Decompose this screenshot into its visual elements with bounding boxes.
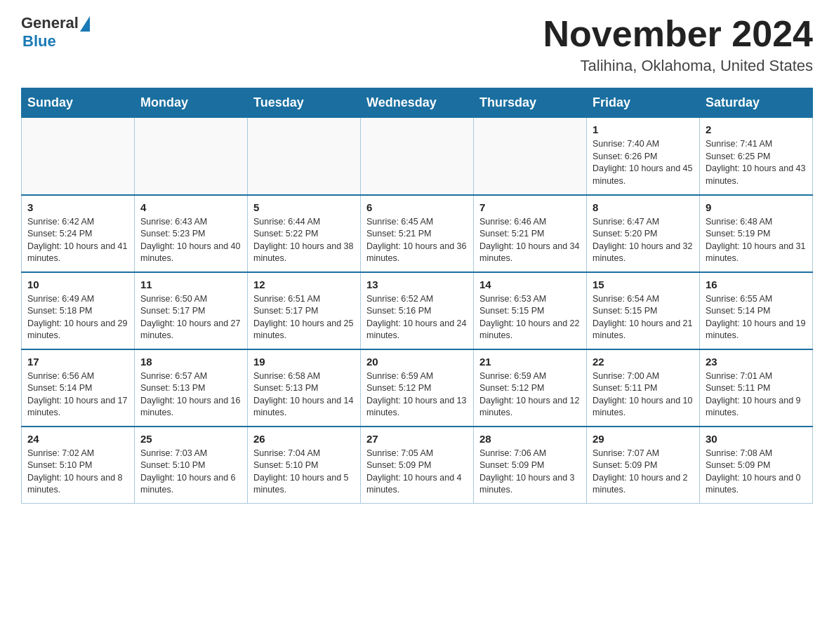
calendar-cell [361, 118, 474, 195]
calendar-cell [474, 118, 587, 195]
weekday-header-sunday: Sunday [22, 88, 135, 118]
day-number: 24 [27, 431, 128, 446]
day-number: 13 [366, 277, 468, 292]
day-info: Sunrise: 6:47 AMSunset: 5:20 PMDaylight:… [593, 216, 694, 265]
calendar-cell: 8Sunrise: 6:47 AMSunset: 5:20 PMDaylight… [587, 195, 700, 272]
calendar-cell: 13Sunrise: 6:52 AMSunset: 5:16 PMDayligh… [361, 272, 474, 349]
day-info: Sunrise: 6:46 AMSunset: 5:21 PMDaylight:… [479, 216, 581, 265]
weekday-header-monday: Monday [135, 88, 248, 118]
day-number: 25 [140, 431, 241, 446]
day-number: 2 [706, 122, 807, 137]
calendar-cell: 29Sunrise: 7:07 AMSunset: 5:09 PMDayligh… [587, 427, 700, 504]
logo: General Blue [21, 14, 90, 51]
calendar-week-row: 1Sunrise: 7:40 AMSunset: 6:26 PMDaylight… [22, 118, 813, 195]
day-number: 11 [140, 277, 241, 292]
day-number: 1 [593, 122, 694, 137]
calendar-cell: 9Sunrise: 6:48 AMSunset: 5:19 PMDaylight… [700, 195, 813, 272]
calendar-cell: 7Sunrise: 6:46 AMSunset: 5:21 PMDaylight… [474, 195, 587, 272]
calendar-week-row: 24Sunrise: 7:02 AMSunset: 5:10 PMDayligh… [22, 427, 813, 504]
calendar-cell: 14Sunrise: 6:53 AMSunset: 5:15 PMDayligh… [474, 272, 587, 349]
calendar-cell: 11Sunrise: 6:50 AMSunset: 5:17 PMDayligh… [135, 272, 248, 349]
day-info: Sunrise: 7:04 AMSunset: 5:10 PMDaylight:… [253, 448, 355, 497]
logo-general-text: General [21, 14, 79, 32]
day-info: Sunrise: 6:48 AMSunset: 5:19 PMDaylight:… [706, 216, 807, 265]
day-info: Sunrise: 7:07 AMSunset: 5:09 PMDaylight:… [593, 448, 694, 497]
weekday-header-wednesday: Wednesday [361, 88, 474, 118]
day-info: Sunrise: 6:49 AMSunset: 5:18 PMDaylight:… [27, 293, 128, 342]
calendar-week-row: 3Sunrise: 6:42 AMSunset: 5:24 PMDaylight… [22, 195, 813, 272]
day-number: 19 [253, 354, 355, 369]
weekday-header-thursday: Thursday [474, 88, 587, 118]
day-info: Sunrise: 7:01 AMSunset: 5:11 PMDaylight:… [706, 370, 807, 420]
day-info: Sunrise: 7:08 AMSunset: 5:09 PMDaylight:… [706, 448, 807, 497]
calendar-cell [22, 118, 135, 195]
calendar-cell [248, 118, 361, 195]
calendar-cell: 1Sunrise: 7:40 AMSunset: 6:26 PMDaylight… [587, 118, 700, 195]
day-number: 15 [593, 277, 694, 292]
day-number: 29 [593, 431, 694, 446]
weekday-header-saturday: Saturday [700, 88, 813, 118]
calendar-week-row: 17Sunrise: 6:56 AMSunset: 5:14 PMDayligh… [22, 349, 813, 427]
weekday-header-friday: Friday [587, 88, 700, 118]
day-number: 28 [479, 431, 581, 446]
day-info: Sunrise: 6:52 AMSunset: 5:16 PMDaylight:… [366, 293, 468, 342]
calendar-cell: 12Sunrise: 6:51 AMSunset: 5:17 PMDayligh… [248, 272, 361, 349]
day-info: Sunrise: 6:59 AMSunset: 5:12 PMDaylight:… [366, 370, 468, 420]
calendar-table: SundayMondayTuesdayWednesdayThursdayFrid… [21, 88, 813, 504]
calendar-cell: 4Sunrise: 6:43 AMSunset: 5:23 PMDaylight… [135, 195, 248, 272]
calendar-cell: 10Sunrise: 6:49 AMSunset: 5:18 PMDayligh… [22, 272, 135, 349]
day-number: 21 [479, 354, 581, 369]
calendar-cell: 5Sunrise: 6:44 AMSunset: 5:22 PMDaylight… [248, 195, 361, 272]
day-number: 26 [253, 431, 355, 446]
page-header: General Blue November 2024 Talihina, Okl… [21, 14, 813, 75]
day-number: 20 [366, 354, 468, 369]
day-info: Sunrise: 6:50 AMSunset: 5:17 PMDaylight:… [140, 293, 241, 342]
day-number: 16 [706, 277, 807, 292]
day-number: 30 [706, 431, 807, 446]
calendar-cell: 27Sunrise: 7:05 AMSunset: 5:09 PMDayligh… [361, 427, 474, 504]
calendar-cell: 17Sunrise: 6:56 AMSunset: 5:14 PMDayligh… [22, 349, 135, 427]
day-number: 18 [140, 354, 241, 369]
day-info: Sunrise: 6:45 AMSunset: 5:21 PMDaylight:… [366, 216, 468, 265]
title-area: November 2024 Talihina, Oklahoma, United… [543, 14, 813, 75]
day-info: Sunrise: 6:51 AMSunset: 5:17 PMDaylight:… [253, 293, 355, 342]
day-info: Sunrise: 6:44 AMSunset: 5:22 PMDaylight:… [253, 216, 355, 265]
calendar-cell: 25Sunrise: 7:03 AMSunset: 5:10 PMDayligh… [135, 427, 248, 504]
day-info: Sunrise: 7:03 AMSunset: 5:10 PMDaylight:… [140, 448, 241, 497]
calendar-cell: 26Sunrise: 7:04 AMSunset: 5:10 PMDayligh… [248, 427, 361, 504]
location-subtitle: Talihina, Oklahoma, United States [543, 57, 813, 75]
day-info: Sunrise: 6:53 AMSunset: 5:15 PMDaylight:… [479, 293, 581, 342]
day-info: Sunrise: 6:58 AMSunset: 5:13 PMDaylight:… [253, 370, 355, 420]
calendar-cell: 22Sunrise: 7:00 AMSunset: 5:11 PMDayligh… [587, 349, 700, 427]
month-year-title: November 2024 [543, 14, 813, 54]
day-info: Sunrise: 6:42 AMSunset: 5:24 PMDaylight:… [27, 216, 128, 265]
day-number: 17 [27, 354, 128, 369]
day-number: 22 [593, 354, 694, 369]
calendar-week-row: 10Sunrise: 6:49 AMSunset: 5:18 PMDayligh… [22, 272, 813, 349]
day-number: 12 [253, 277, 355, 292]
day-info: Sunrise: 6:57 AMSunset: 5:13 PMDaylight:… [140, 370, 241, 420]
day-number: 14 [479, 277, 581, 292]
calendar-cell: 2Sunrise: 7:41 AMSunset: 6:25 PMDaylight… [700, 118, 813, 195]
day-number: 7 [479, 200, 581, 215]
day-number: 4 [140, 200, 241, 215]
weekday-header-tuesday: Tuesday [248, 88, 361, 118]
day-info: Sunrise: 6:59 AMSunset: 5:12 PMDaylight:… [479, 370, 581, 420]
day-number: 27 [366, 431, 468, 446]
calendar-cell: 19Sunrise: 6:58 AMSunset: 5:13 PMDayligh… [248, 349, 361, 427]
day-info: Sunrise: 6:55 AMSunset: 5:14 PMDaylight:… [706, 293, 807, 342]
logo-triangle-icon [80, 16, 90, 32]
day-info: Sunrise: 7:00 AMSunset: 5:11 PMDaylight:… [593, 370, 694, 420]
calendar-cell: 21Sunrise: 6:59 AMSunset: 5:12 PMDayligh… [474, 349, 587, 427]
day-number: 9 [706, 200, 807, 215]
day-number: 6 [366, 200, 468, 215]
day-number: 10 [27, 277, 128, 292]
day-info: Sunrise: 6:54 AMSunset: 5:15 PMDaylight:… [593, 293, 694, 342]
calendar-cell: 20Sunrise: 6:59 AMSunset: 5:12 PMDayligh… [361, 349, 474, 427]
logo-blue-text: Blue [22, 32, 56, 51]
weekday-header-row: SundayMondayTuesdayWednesdayThursdayFrid… [22, 88, 813, 118]
calendar-cell: 23Sunrise: 7:01 AMSunset: 5:11 PMDayligh… [700, 349, 813, 427]
calendar-cell: 30Sunrise: 7:08 AMSunset: 5:09 PMDayligh… [700, 427, 813, 504]
day-number: 8 [593, 200, 694, 215]
calendar-cell: 16Sunrise: 6:55 AMSunset: 5:14 PMDayligh… [700, 272, 813, 349]
